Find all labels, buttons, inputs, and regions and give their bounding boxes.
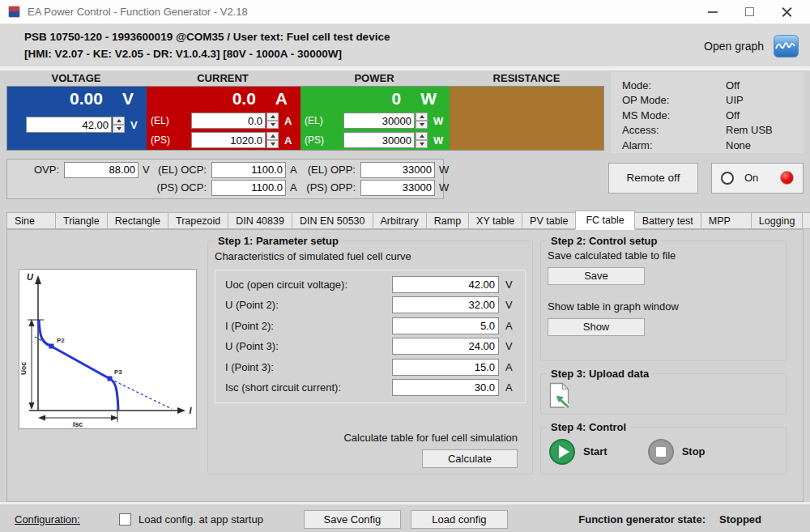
show-button[interactable]: Show [548,318,645,336]
isc-unit: A [505,381,517,394]
i-point3-unit: A [505,361,517,373]
i-point3-input[interactable] [392,359,499,376]
alarm-label: Alarm: [622,139,726,151]
tab-sine[interactable]: Sine [6,212,55,229]
tab-mpp[interactable]: MPP [701,212,751,229]
fg-state-value: Stopped [719,513,761,526]
power-el-unit: W [433,115,445,127]
svg-text:P3: P3 [114,368,122,376]
tab-ramp[interactable]: Ramp [426,212,468,229]
footer-bar: Configuration: Load config. at app start… [0,502,810,532]
uoc-unit: V [505,279,517,291]
power-unit: W [420,89,437,109]
minimize-button[interactable] [708,11,718,13]
save-button[interactable]: Save [548,267,645,285]
current-el-tag: (EL) [151,115,175,126]
tab-arbitrary[interactable]: Arbitrary [373,212,426,229]
minimize-icon [708,11,718,13]
calculate-button[interactable]: Calculate [422,449,518,468]
u-point2-unit: V [505,299,517,311]
tab-trapezoid[interactable]: Trapezoid [168,212,228,229]
stop-button[interactable] [648,439,674,465]
ps-ocp-input[interactable] [211,180,286,196]
calculate-hint: Calculate table for fuel cell simulation [213,432,518,444]
device-info-line: PSB 10750-120 - 1993600019 @COM35 / User… [24,28,390,45]
step4-title: Step 4: Control [548,421,629,433]
voltage-panel: 0.00 V V [7,87,147,150]
i-point2-input[interactable] [392,317,499,334]
upload-data-icon[interactable] [549,382,571,409]
u-point3-input[interactable] [392,338,499,355]
remote-off-button[interactable]: Remote off [608,163,698,194]
window-title: EA Power Control - Function Generator - … [28,6,248,18]
voltage-unit: V [122,89,134,109]
ps-ocp-label: (PS) OCP: [155,181,211,194]
step1-title: Step 1: Parameter setup [215,235,342,247]
tab-battery-test[interactable]: Battery test [635,212,701,229]
fg-state-label: Function generator state: [578,513,706,526]
app-icon [8,6,20,18]
current-ps-input[interactable] [191,132,266,148]
open-graph-button[interactable]: Open graph [704,28,799,66]
function-tabs: Sine Triangle Rectangle Trapezoid DIN 40… [6,211,804,229]
mode-value: Off [726,79,740,92]
power-panel: 0 W (EL) W (PS) W [301,87,450,150]
el-opp-input[interactable] [360,162,435,178]
current-ps-spinner[interactable] [266,132,279,148]
power-ps-input[interactable] [343,132,415,148]
start-button[interactable] [549,439,575,465]
close-button[interactable] [782,6,792,17]
uoc-input[interactable] [392,276,499,293]
open-graph-label: Open graph [704,40,764,53]
power-ps-spinner[interactable] [416,132,428,148]
save-hint: Save calculated table to file [548,249,781,262]
current-actual-value: 0.0 [232,89,256,109]
u-point2-input[interactable] [392,296,499,313]
tab-din40839[interactable]: DIN 40839 [228,212,292,229]
voltage-set-input[interactable] [26,117,112,133]
current-unit: A [275,89,288,109]
el-ocp-input[interactable] [211,162,286,178]
voltage-set-unit: V [130,119,142,131]
ms-mode-value: Off [726,109,740,121]
i-point2-label: I (Point 2): [225,320,392,332]
voltage-header: VOLTAGE [6,72,146,86]
isc-input[interactable] [392,379,499,396]
tab-xy-table[interactable]: XY table [468,212,522,229]
stop-icon [656,447,666,457]
configuration-link[interactable]: Configuration: [15,513,80,526]
access-label: Access: [622,124,726,136]
on-label: On [744,172,758,184]
graph-icon[interactable] [774,35,799,57]
voltage-spinner[interactable] [113,117,125,133]
el-ocp-label: (EL) OCP: [155,164,211,176]
load-config-button[interactable]: Load config [411,510,508,529]
close-icon [782,6,792,17]
power-el-input[interactable] [343,113,415,129]
tab-din-en-50530[interactable]: DIN EN 50530 [292,212,373,229]
step1-group: Step 1: Parameter setup Characteristics … [207,235,533,475]
current-el-spinner[interactable] [266,113,279,129]
power-el-spinner[interactable] [416,113,428,129]
tab-triangle[interactable]: Triangle [55,212,107,229]
save-config-button[interactable]: Save Config [304,510,401,529]
step3-group: Step 3: Upload data [540,368,787,415]
load-config-checkbox[interactable] [119,513,131,526]
maximize-button[interactable] [745,7,754,16]
current-el-input[interactable] [191,113,266,129]
on-radio[interactable] [721,172,734,185]
current-ps-unit: A [284,134,296,147]
tab-pv-table[interactable]: PV table [522,212,575,229]
output-on-panel: On [711,163,804,194]
tab-fc-table[interactable]: FC table [575,211,634,230]
meter-section: VOLTAGE CURRENT POWER RESISTANCE 0.00 V … [0,70,810,153]
ovp-unit: V [139,164,155,176]
tab-rectangle[interactable]: Rectangle [107,212,168,229]
tab-sandia[interactable]: Sandia [802,212,810,229]
ps-opp-label: (PS) OPP: [302,181,360,194]
ovp-input[interactable] [64,162,139,178]
ps-opp-input[interactable] [360,180,435,196]
tab-logging[interactable]: Logging [751,212,803,229]
ps-ocp-unit: A [286,181,302,194]
uoc-label: Uoc (open circuit voltage): [225,279,392,291]
